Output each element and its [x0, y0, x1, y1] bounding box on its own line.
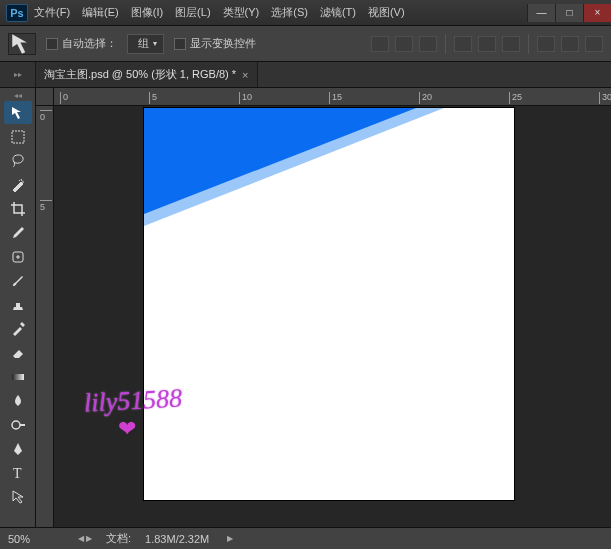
- auto-select-target-value: 组: [138, 36, 149, 51]
- current-tool-icon[interactable]: [8, 33, 36, 55]
- shape-layer: [144, 108, 514, 248]
- chevron-down-icon: ▾: [153, 39, 157, 48]
- ruler-tick: 10: [239, 92, 252, 104]
- eyedropper-tool[interactable]: [4, 221, 32, 244]
- document-tab-title: 淘宝主图.psd @ 50% (形状 1, RGB/8) *: [44, 67, 236, 82]
- move-tool[interactable]: [4, 101, 32, 124]
- separator: [445, 34, 446, 54]
- document-tab[interactable]: 淘宝主图.psd @ 50% (形状 1, RGB/8) * ×: [36, 62, 258, 87]
- ruler-tick: 5: [149, 92, 157, 104]
- pen-tool[interactable]: [4, 437, 32, 460]
- doc-size-label: 文档:: [106, 531, 131, 546]
- menu-layer[interactable]: 图层(L): [175, 5, 210, 20]
- doc-size-value: 1.83M/2.32M: [145, 533, 209, 545]
- document-canvas[interactable]: [144, 108, 514, 500]
- minimize-button[interactable]: —: [527, 4, 555, 22]
- ruler-tick: 30: [599, 92, 611, 104]
- app-logo: Ps: [6, 4, 28, 22]
- ruler-tick: 25: [509, 92, 522, 104]
- healing-brush-tool[interactable]: [4, 245, 32, 268]
- auto-select-checkbox[interactable]: 自动选择：: [46, 36, 117, 51]
- auto-select-label: 自动选择：: [62, 36, 117, 51]
- align-vcenter-icon[interactable]: [395, 36, 413, 52]
- tool-panel: ◂◂ T: [0, 88, 36, 527]
- ruler-tick: 20: [419, 92, 432, 104]
- menu-bar: 文件(F) 编辑(E) 图像(I) 图层(L) 类型(Y) 选择(S) 滤镜(T…: [34, 5, 405, 20]
- magic-wand-tool[interactable]: [4, 173, 32, 196]
- blur-tool[interactable]: [4, 389, 32, 412]
- crop-tool[interactable]: [4, 197, 32, 220]
- distribute-spacing-icon[interactable]: [585, 36, 603, 52]
- horizontal-ruler[interactable]: 0 5 10 15 20 25 30: [54, 88, 611, 106]
- distribute-h-icon[interactable]: [537, 36, 555, 52]
- menu-image[interactable]: 图像(I): [131, 5, 163, 20]
- show-transform-checkbox[interactable]: 显示变换控件: [174, 36, 256, 51]
- type-tool[interactable]: T: [4, 461, 32, 484]
- document-tab-bar: ▸▸ 淘宝主图.psd @ 50% (形状 1, RGB/8) * ×: [0, 62, 611, 88]
- path-selection-tool[interactable]: [4, 485, 32, 508]
- align-bottom-icon[interactable]: [419, 36, 437, 52]
- checkbox-icon: [174, 38, 186, 50]
- main-area: ◂◂ T 0 5 10 15 20 25 30 0: [0, 88, 611, 527]
- menu-select[interactable]: 选择(S): [271, 5, 308, 20]
- tab-bar-grip-icon[interactable]: ▸▸: [0, 62, 36, 87]
- status-bar: 50% ◀▶ 文档: 1.83M/2.32M ▶: [0, 527, 611, 549]
- gradient-tool[interactable]: [4, 365, 32, 388]
- show-transform-label: 显示变换控件: [190, 36, 256, 51]
- align-left-icon[interactable]: [454, 36, 472, 52]
- options-bar: 自动选择： 组 ▾ 显示变换控件: [0, 26, 611, 62]
- ruler-tick: 0: [60, 92, 68, 104]
- ruler-tick: 0: [40, 110, 52, 122]
- svg-rect-2: [12, 374, 24, 380]
- status-stepper[interactable]: ◀▶: [78, 534, 92, 543]
- alignment-icons: [371, 34, 603, 54]
- checkbox-icon: [46, 38, 58, 50]
- close-button[interactable]: ×: [583, 4, 611, 22]
- svg-point-3: [12, 421, 20, 429]
- zoom-level[interactable]: 50%: [8, 533, 64, 545]
- marquee-tool[interactable]: [4, 125, 32, 148]
- align-top-icon[interactable]: [371, 36, 389, 52]
- canvas-workspace[interactable]: lily51588 ❤: [54, 106, 611, 527]
- dodge-tool[interactable]: [4, 413, 32, 436]
- canvas-area: 0 5 10 15 20 25 30 0 5 lily51588 ❤: [36, 88, 611, 527]
- lasso-tool[interactable]: [4, 149, 32, 172]
- maximize-button[interactable]: □: [555, 4, 583, 22]
- chevron-right-icon[interactable]: ▶: [227, 534, 233, 543]
- window-controls: — □ ×: [527, 4, 611, 22]
- brush-tool[interactable]: [4, 269, 32, 292]
- ruler-tick: 15: [329, 92, 342, 104]
- menu-view[interactable]: 视图(V): [368, 5, 405, 20]
- distribute-v-icon[interactable]: [561, 36, 579, 52]
- menu-edit[interactable]: 编辑(E): [82, 5, 119, 20]
- close-tab-icon[interactable]: ×: [242, 69, 248, 81]
- align-hcenter-icon[interactable]: [478, 36, 496, 52]
- svg-text:T: T: [13, 466, 22, 481]
- menu-type[interactable]: 类型(Y): [223, 5, 260, 20]
- clone-stamp-tool[interactable]: [4, 293, 32, 316]
- auto-select-target-dropdown[interactable]: 组 ▾: [127, 34, 164, 54]
- svg-rect-0: [12, 131, 24, 143]
- heart-icon: ❤: [118, 416, 136, 442]
- panel-grip-icon[interactable]: ◂◂: [3, 90, 33, 100]
- title-bar: Ps 文件(F) 编辑(E) 图像(I) 图层(L) 类型(Y) 选择(S) 滤…: [0, 0, 611, 26]
- chevron-right-icon: ▶: [86, 534, 92, 543]
- chevron-left-icon: ◀: [78, 534, 84, 543]
- menu-file[interactable]: 文件(F): [34, 5, 70, 20]
- history-brush-tool[interactable]: [4, 317, 32, 340]
- ruler-origin[interactable]: [36, 88, 54, 106]
- menu-filter[interactable]: 滤镜(T): [320, 5, 356, 20]
- eraser-tool[interactable]: [4, 341, 32, 364]
- vertical-ruler[interactable]: 0 5: [36, 106, 54, 527]
- align-right-icon[interactable]: [502, 36, 520, 52]
- watermark-text: lily51588: [83, 383, 183, 418]
- ruler-tick: 5: [40, 200, 52, 212]
- separator: [528, 34, 529, 54]
